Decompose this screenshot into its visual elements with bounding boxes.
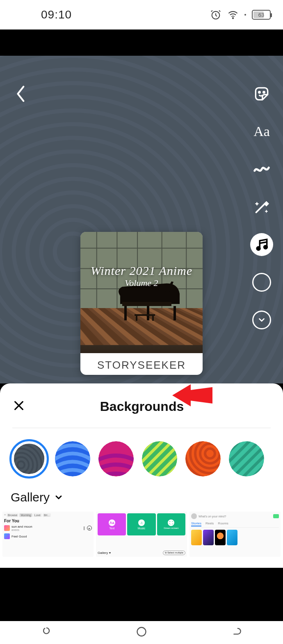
svg-rect-37 bbox=[124, 306, 127, 320]
alarm-icon bbox=[210, 9, 221, 20]
divider bbox=[12, 428, 271, 428]
nav-back-icon bbox=[230, 626, 242, 637]
gallery-thumb-3[interactable]: What's on your mind? Stories Reels Rooms bbox=[189, 512, 281, 557]
effects-tool[interactable] bbox=[250, 195, 273, 218]
signal-dot bbox=[244, 14, 246, 16]
music-card[interactable]: Winter 2021 Anime Volume 2 STORYSEEKER bbox=[80, 232, 203, 375]
svg-rect-40 bbox=[135, 314, 155, 316]
sheet-header: Backgrounds bbox=[0, 383, 283, 425]
text-tool[interactable]: Aa bbox=[250, 120, 273, 143]
svg-point-56 bbox=[205, 449, 215, 458]
track-name: STORYSEEKER bbox=[80, 353, 203, 375]
text-icon: Aa bbox=[253, 124, 270, 139]
swatch-green[interactable] bbox=[142, 441, 177, 476]
chevron-left-icon bbox=[15, 84, 27, 103]
sticker-tool[interactable] bbox=[250, 82, 273, 105]
svg-point-22 bbox=[259, 92, 260, 93]
more-tools[interactable] bbox=[250, 308, 273, 331]
gallery-thumb-1[interactable]: ≡ Browse Morning Love Bri... For You sun… bbox=[2, 512, 94, 557]
red-arrow-callout bbox=[172, 381, 213, 410]
back-button[interactable] bbox=[15, 84, 27, 105]
letterbox-bottom bbox=[0, 569, 283, 621]
album-subtitle: Volume 2 bbox=[125, 278, 158, 288]
svg-point-23 bbox=[263, 92, 265, 93]
chevron-down-circle-icon bbox=[252, 311, 271, 329]
letterbox-top bbox=[0, 29, 283, 56]
svg-point-25 bbox=[264, 245, 267, 249]
status-icons: 63 bbox=[210, 9, 271, 20]
svg-rect-36 bbox=[122, 302, 171, 306]
nav-home[interactable] bbox=[136, 626, 147, 639]
nav-back[interactable] bbox=[230, 626, 242, 639]
wifi-icon bbox=[227, 9, 239, 20]
swatch-blue[interactable] bbox=[55, 441, 90, 476]
sticker-icon bbox=[253, 85, 271, 103]
svg-point-24 bbox=[257, 247, 260, 250]
gallery-label: Gallery bbox=[11, 490, 50, 504]
svg-point-45 bbox=[14, 457, 29, 473]
svg-marker-43 bbox=[172, 384, 212, 406]
circle-tool[interactable] bbox=[250, 271, 273, 294]
swatch-dark[interactable] bbox=[11, 441, 47, 476]
svg-point-1 bbox=[233, 18, 233, 18]
background-swatches bbox=[0, 435, 283, 485]
swatch-magenta[interactable] bbox=[98, 441, 134, 476]
gallery-thumb-2[interactable]: Aa Text ♫ Music ⛶ Green screen bbox=[96, 512, 187, 557]
music-tool[interactable] bbox=[250, 233, 273, 256]
nav-recents[interactable] bbox=[41, 626, 53, 639]
system-nav-bar bbox=[0, 621, 283, 644]
svg-point-57 bbox=[200, 444, 220, 463]
sparkle-wand-icon bbox=[252, 197, 271, 216]
svg-rect-38 bbox=[173, 306, 176, 320]
battery-indicator: 63 bbox=[252, 10, 271, 20]
draw-tool[interactable] bbox=[250, 158, 273, 181]
tool-column: Aa bbox=[250, 82, 273, 331]
device-frame: 09:10 63 bbox=[0, 0, 283, 644]
story-canvas: Aa bbox=[0, 56, 283, 383]
svg-point-67 bbox=[137, 628, 146, 636]
battery-level: 63 bbox=[258, 12, 264, 18]
recents-icon bbox=[41, 626, 53, 637]
home-icon bbox=[136, 626, 147, 637]
swatch-teal[interactable] bbox=[229, 441, 264, 476]
status-time: 09:10 bbox=[41, 8, 72, 21]
album-art: Winter 2021 Anime Volume 2 bbox=[80, 232, 203, 353]
album-title: Winter 2021 Anime bbox=[91, 264, 192, 278]
svg-rect-41 bbox=[136, 316, 137, 321]
sheet-title: Backgrounds bbox=[13, 399, 271, 414]
status-bar: 09:10 63 bbox=[0, 0, 283, 29]
circle-icon bbox=[252, 273, 271, 292]
scribble-icon bbox=[252, 160, 271, 179]
svg-point-44 bbox=[18, 461, 25, 468]
svg-rect-42 bbox=[152, 316, 154, 321]
svg-rect-39 bbox=[147, 306, 149, 320]
gallery-thumbnails: ≡ Browse Morning Love Bri... For You sun… bbox=[0, 512, 283, 557]
gallery-dropdown[interactable]: Gallery bbox=[0, 485, 283, 512]
swatch-orange[interactable] bbox=[185, 441, 221, 476]
music-note-icon bbox=[254, 237, 269, 252]
chevron-down-icon bbox=[54, 492, 64, 502]
